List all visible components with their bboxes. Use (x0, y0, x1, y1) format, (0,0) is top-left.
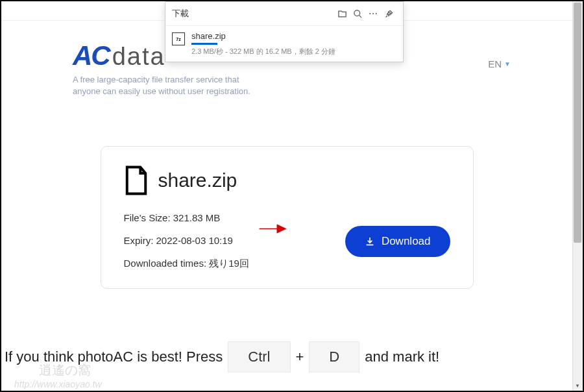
download-icon (365, 236, 375, 247)
scrollbar[interactable]: ▲ ▼ (572, 1, 583, 391)
language-selector[interactable]: EN ▼ (488, 58, 511, 69)
download-popup: 下載 ⋯ 7z share.zip 2.3 MB/秒 - 322 MB 的 16… (165, 1, 404, 62)
watermark-cn: 逍遙の窩 (39, 361, 91, 379)
download-status: 2.3 MB/秒 - 322 MB 的 16.2 MB，剩餘 2 分鐘 (191, 47, 396, 56)
file-expiry: Expiry: 2022-08-03 10:19 (124, 235, 249, 246)
scrollbar-thumb[interactable] (574, 3, 581, 243)
file-card: share.zip File's Size: 321.83 MB Expiry:… (101, 146, 474, 289)
folder-icon[interactable] (334, 6, 350, 21)
download-filename: share.zip (191, 31, 396, 41)
progress-bar (191, 43, 217, 45)
filename: share.zip (158, 169, 237, 191)
pin-icon[interactable] (381, 6, 396, 21)
scroll-down-icon[interactable]: ▼ (572, 380, 583, 391)
file-downloads: Downloaded times: 残り19回 (124, 258, 249, 270)
archive-icon: 7z (172, 32, 185, 45)
file-icon (124, 165, 149, 196)
svg-point-0 (354, 10, 359, 16)
search-icon[interactable] (350, 6, 365, 21)
tagline: A free large-capacity file transfer serv… (73, 74, 572, 97)
file-size: File's Size: 321.83 MB (124, 212, 249, 223)
more-icon[interactable]: ⋯ (365, 6, 381, 21)
chevron-down-icon: ▼ (504, 60, 511, 67)
key-ctrl: Ctrl (228, 341, 290, 373)
download-button[interactable]: Download (345, 226, 450, 257)
svg-line-2 (385, 16, 387, 18)
popup-title: 下載 (172, 8, 334, 19)
download-item[interactable]: 7z share.zip 2.3 MB/秒 - 322 MB 的 16.2 MB… (165, 26, 403, 62)
annotation-arrow (258, 221, 287, 237)
key-d: D (309, 341, 359, 373)
watermark-url: http://www.xiaoyao.tw (14, 379, 102, 389)
svg-line-1 (359, 15, 361, 18)
